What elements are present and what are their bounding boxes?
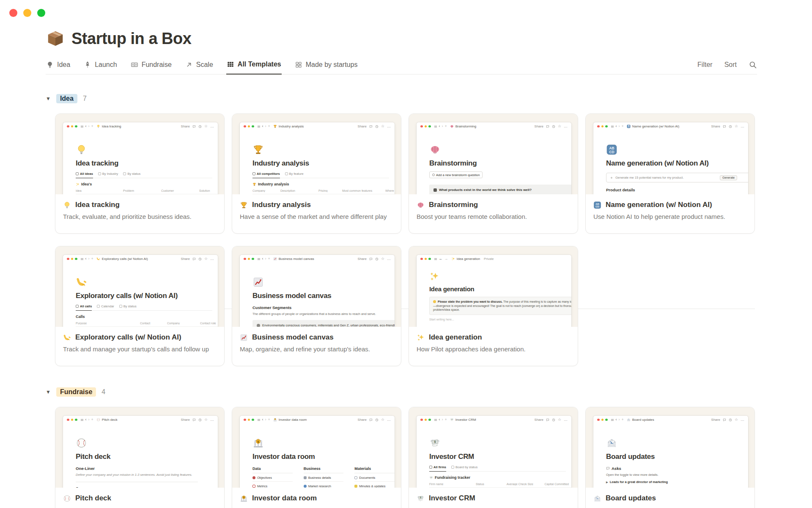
tab-fundraise[interactable]: Fundraise [130,55,172,74]
money-with-wings-emoji [417,494,425,502]
mini-titlebar: ‹›+ Industry analysis Share ☆… [240,122,395,130]
page-title: Startup in a Box [71,30,191,48]
bank-emoji [252,437,264,449]
clock-icon [198,257,202,261]
ai-spark-icon [610,176,613,179]
section-badge-fundraise[interactable]: Fundraise [56,387,96,397]
document-icon [354,476,357,479]
card-title: Business model canvas [252,333,334,342]
star-icon: ☆ [381,418,384,422]
more-icon: … [564,124,568,128]
call-me-hand-emoji [63,334,71,342]
more-icon: … [387,257,391,261]
clock-icon [729,125,732,128]
close-window-button[interactable] [9,9,17,17]
more-icon: … [210,257,214,261]
tab-made-by-startups[interactable]: Made by startups [294,55,358,74]
menu-icon [80,257,84,261]
tab-launch[interactable]: Launch [83,55,118,74]
call-me-hand-emoji [96,257,100,261]
window-controls [9,9,45,17]
chart-icon [252,485,255,488]
arrow-up-right-icon [185,61,193,69]
more-icon: … [741,418,744,422]
mini-titlebar: ‹›+ Business model canvas Share ☆… [240,255,395,263]
template-card-brainstorming[interactable]: ‹›+ Brainstorming Share ☆… Brainstorming… [409,113,578,234]
template-card-investor-data-room[interactable]: ‹›+ Investor data room Share ☆… Investor… [232,407,401,508]
sparkles-emoji [451,257,455,261]
dartboard-icon [252,476,255,479]
template-card-name-generation[interactable]: ‹›+ Name generation (w/ Notion AI) Share… [585,113,755,234]
trophy-emoji [252,144,264,155]
clock-icon [552,125,555,128]
package-emoji [46,29,65,48]
card-description: Track, evaluate, and prioritize business… [63,213,217,220]
card-description: How Pilot approaches idea generation. [417,345,570,353]
template-card-board-updates[interactable]: ‹›+ Board updates Share ☆… Board updates… [585,407,755,508]
briefcase-icon [304,476,307,479]
board-icon [433,188,437,192]
minimize-window-button[interactable] [23,9,31,17]
template-card-idea-generation[interactable]: ←→ Idea generation Private Idea generati… [409,246,578,366]
card-title: Exploratory calls (w/ Notion AI) [75,333,181,342]
banknote-icon [131,61,138,69]
comment-icon [723,125,726,128]
mini-titlebar: ‹›+ Board updates Share ☆… [593,416,748,424]
sparkles-emoji [76,182,80,186]
toggle-triangle-icon: ▶ [606,487,608,488]
template-card-idea-tracking[interactable]: ‹›+ Idea tracking Share ☆… Idea tracking… [55,113,225,234]
template-card-industry-analysis[interactable]: ‹›+ Industry analysis Share ☆… Industry … [232,113,401,234]
star-icon: ☆ [381,257,384,261]
collapse-toggle-icon[interactable]: ▼ [46,96,51,102]
card-description: Track and manage your startup's calls an… [63,345,217,353]
card-title: Brainstorming [429,201,478,209]
mini-titlebar: ‹›+ Investor data room Share ☆… [240,416,395,424]
chart-increasing-emoji [240,334,248,342]
brain-emoji [450,124,454,128]
gallery-grid-icon [227,61,234,68]
template-card-investor-crm[interactable]: ‹›+ Investor CRM Share ☆… Investor CRM A… [409,407,578,508]
tab-idea[interactable]: Idea [46,55,71,74]
section-badge-idea[interactable]: Idea [56,94,77,103]
abcd-emoji [593,201,601,209]
light-bulb-emoji [63,201,71,209]
clock-icon [198,125,202,128]
mini-titlebar: ‹›+ Pitch deck Share ☆… [63,416,218,424]
money-with-wings-emoji [429,476,433,480]
search-icon[interactable] [749,61,757,69]
template-card-business-model-canvas[interactable]: ‹›+ Business model canvas Share ☆… Busin… [232,246,401,366]
more-icon: … [210,124,214,128]
menu-icon [434,257,437,261]
bank-emoji [273,418,277,422]
comment-icon [546,125,549,128]
menu-icon [80,418,84,422]
comment-icon [546,418,549,422]
template-card-pitch-deck[interactable]: ‹›+ Pitch deck Share ☆… Pitch deck One-L… [55,407,225,508]
call-me-hand-emoji [76,276,87,288]
template-card-exploratory-calls[interactable]: ‹›+ Exploratory calls (w/ Notion AI) Sha… [55,246,225,366]
comment-icon [369,125,373,128]
squares-icon [295,61,302,69]
star-icon: ☆ [204,418,208,422]
clock-icon [375,257,379,261]
baseball-emoji [76,437,87,449]
section-header-fundraise: ▼ Fundraise 4 [46,387,757,397]
menu-icon [80,125,84,128]
filter-button[interactable]: Filter [697,61,713,69]
more-icon: … [564,418,568,422]
card-title: Investor CRM [429,494,475,502]
collapse-toggle-icon[interactable]: ▼ [46,389,51,395]
rocket-icon [84,61,91,69]
lightbulb-icon [46,61,54,69]
star-icon: ☆ [381,124,384,128]
card-description: Boost your teams remote collaboration. [417,213,570,220]
globe-icon [304,485,307,488]
comment-icon [192,125,196,128]
tab-all-templates[interactable]: All Templates [226,55,282,75]
generate-button: Generate [720,175,737,180]
comment-icon [369,257,373,261]
sort-button[interactable]: Sort [724,61,737,69]
zoom-window-button[interactable] [37,9,45,17]
money-with-wings-emoji [450,418,454,422]
tab-scale[interactable]: Scale [185,55,214,74]
